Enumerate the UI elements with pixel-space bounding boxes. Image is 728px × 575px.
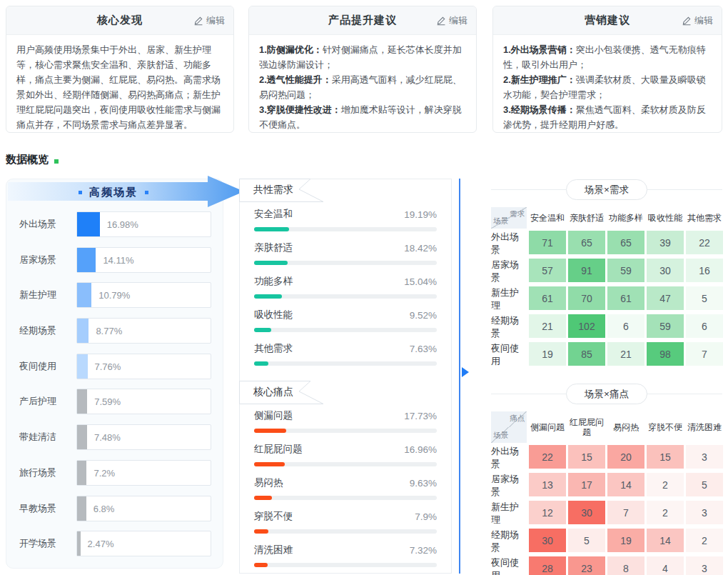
edit-button[interactable]: 编辑 <box>436 6 467 35</box>
metric-item: 侧漏问题17.73% <box>254 409 437 432</box>
heatmap-pains-block: 场景×痛点 痛点场景侧漏问题红屁屁问题易闷热穿脱不便清洗困难外出场景221520… <box>491 383 722 575</box>
metric-fill <box>254 227 289 231</box>
metric-label: 侧漏问题 <box>254 409 293 422</box>
metric-value: 19.19% <box>404 209 437 220</box>
heatmap-row-label: 夜间使用 <box>491 342 527 368</box>
heatmap-cell: 8 <box>607 556 644 575</box>
heatmap-cell: 98 <box>647 342 684 366</box>
heatmap-cell: 22 <box>686 231 723 254</box>
heatmap-cell: 5 <box>686 473 723 496</box>
card-title: 产品提升建议 <box>328 14 397 27</box>
heatmap-corner-cell: 需求场景 <box>491 207 527 229</box>
metric-track <box>254 429 437 433</box>
edit-button[interactable]: 编辑 <box>682 6 713 35</box>
heatmap-title-row: 场景×痛点 <box>491 383 722 404</box>
card-product-suggestions: 产品提升建议 编辑 1.防侧漏优化：针对侧漏痛点，延长芯体长度并加强边缘防漏设计… <box>248 6 477 133</box>
scenario-bar-row: 带娃清洁7.48% <box>19 424 211 450</box>
scenario-bar-row: 旅行场景7.2% <box>19 460 211 486</box>
scenario-bar-value: 7.48% <box>94 432 121 443</box>
edit-label: 编辑 <box>206 14 225 27</box>
corner-label-top: 需求 <box>510 209 525 219</box>
scenario-bar-row: 产后护理7.59% <box>19 389 211 414</box>
scenario-title-text: 高频场景 <box>89 186 138 199</box>
dashboard-page: 核心发现 编辑 用户高频使用场景集中于外出、居家、新生护理等，核心需求聚焦安全温… <box>0 0 728 575</box>
metric-item: 红屁屁问题16.96% <box>254 443 437 466</box>
heatmap-cell: 2 <box>647 501 684 524</box>
heatmap-column-header: 其他需求 <box>686 207 723 229</box>
scenario-bar-value: 2.47% <box>88 539 114 549</box>
edit-label: 编辑 <box>694 14 713 27</box>
scenario-bar-track: 7.76% <box>76 354 211 379</box>
metric-item: 吸收性能9.52% <box>254 309 437 331</box>
scenario-bar-label: 新生护理 <box>19 289 66 301</box>
heatmap-cell: 16 <box>686 259 723 282</box>
heatmap-column-header: 侧漏问题 <box>529 411 566 443</box>
edit-button[interactable]: 编辑 <box>193 6 225 35</box>
metric-item-row: 其他需求7.63% <box>254 342 437 355</box>
heatmap-cell: 47 <box>647 286 684 310</box>
heatmap-title-row: 场景×需求 <box>491 179 722 200</box>
scenario-bar-list: 外出场景16.98%居家场景14.11%新生护理10.79%经期场景8.77%夜… <box>6 211 223 556</box>
heatmap-title-pill: 场景×痛点 <box>566 384 647 404</box>
scenario-bar-value: 7.59% <box>94 396 121 407</box>
heatmap-cell: 2 <box>647 473 684 496</box>
metric-fill <box>254 294 282 299</box>
card-paragraph: 3.穿脱便捷性改进：增加魔术贴等设计，解决穿脱不便痛点。 <box>259 102 466 132</box>
metric-label: 红屁屁问题 <box>254 443 303 456</box>
scenario-panel-title: 高频场景 <box>6 183 221 201</box>
heatmap-cell: 14 <box>607 473 644 496</box>
metric-value: 9.52% <box>410 310 437 321</box>
scenario-bar-row: 新生护理10.79% <box>19 282 211 308</box>
heatmap-cell: 15 <box>568 445 605 469</box>
heatmap-row-label: 经期场景 <box>491 529 527 554</box>
metric-value: 7.9% <box>415 511 437 522</box>
heatmap-cell: 28 <box>529 556 566 575</box>
scenario-bar-fill <box>77 212 100 236</box>
scenario-bar-value: 16.98% <box>107 219 138 230</box>
card-paragraph: 2.透气性能提升：采用高透气面料，减少红屁屁、易闷热问题； <box>259 72 466 102</box>
metric-item: 易闷热9.63% <box>254 476 437 499</box>
card-point-title: 1.防侧漏优化： <box>259 44 323 55</box>
scenario-bar-fill <box>77 425 87 449</box>
pencil-icon <box>193 16 203 26</box>
metric-value: 17.73% <box>404 411 437 421</box>
metric-fill <box>254 462 285 466</box>
heatmap-row-label: 居家场景 <box>491 259 527 284</box>
metric-item: 穿脱不便7.9% <box>254 510 437 533</box>
section-title: 数据概览 <box>6 153 59 166</box>
heatmap-cell: 30 <box>529 529 566 552</box>
heatmap-cell: 65 <box>607 231 644 254</box>
corner-label-top: 痛点 <box>510 414 525 424</box>
scenario-bar-value: 7.2% <box>93 467 115 478</box>
scenario-bar-value: 7.76% <box>95 361 121 371</box>
metrics-panel: 共性需求 安全温和19.19%亲肤舒适18.42%功能多样15.04%吸收性能9… <box>239 179 452 574</box>
scenario-bar-fill <box>77 248 96 272</box>
scenario-bar-label: 旅行场景 <box>19 466 66 479</box>
heatmap-cell: 3 <box>686 501 723 524</box>
metric-value: 15.04% <box>404 276 437 287</box>
heatmap-cell: 7 <box>607 501 644 524</box>
card-body: 1.外出场景营销：突出小包装便携、透气无勒痕特性，吸引外出用户；2.新生护理推广… <box>493 35 722 133</box>
heatmap-cell: 14 <box>647 529 684 552</box>
metric-item: 亲肤舒适18.42% <box>254 241 437 264</box>
metric-track <box>254 261 437 265</box>
metric-value: 16.96% <box>404 444 437 455</box>
blue-square-icon <box>79 191 82 194</box>
heatmap-column-header: 红屁屁问题 <box>568 411 605 443</box>
heatmap-row-label: 新生护理 <box>491 501 527 526</box>
heatmap-title-pill: 场景×需求 <box>566 179 647 200</box>
pencil-icon <box>682 16 692 26</box>
heatmap-cell: 5 <box>686 286 723 310</box>
heatmap-cell: 85 <box>568 342 605 366</box>
heatmap-cell: 12 <box>529 501 566 524</box>
scenario-bar-row: 开学场景2.47% <box>19 531 211 556</box>
metric-fill <box>254 328 271 332</box>
scenario-bar-label: 开学场景 <box>19 537 66 550</box>
needs-tab: 共性需求 <box>239 179 325 203</box>
heatmap-cell: 15 <box>647 445 684 469</box>
heatmap-cell: 3 <box>686 556 723 575</box>
blue-square-icon <box>145 191 148 194</box>
scenario-bar-row: 早教场景6.8% <box>19 496 211 521</box>
heatmap-cell: 23 <box>568 556 605 575</box>
heatmap-column-header: 易闷热 <box>607 411 644 443</box>
